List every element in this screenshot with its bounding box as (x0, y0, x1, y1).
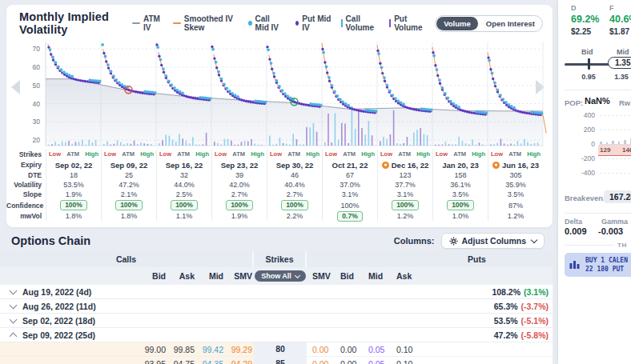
pop-value: NaN% (585, 96, 610, 106)
put-smv-value: 0.00 (307, 359, 335, 364)
slider-mid-handle[interactable]: 1.35 (608, 57, 631, 69)
svg-text:40: 40 (33, 100, 41, 108)
iv-chart-svg[interactable]: 706050403020 (6, 40, 553, 149)
legend-item[interactable]: Put Volume (389, 14, 427, 32)
summary-volatility-row-cell: 40.4% (267, 180, 322, 190)
svg-text:20: 20 (33, 136, 41, 144)
put-bid-value: 0.00 (335, 359, 363, 364)
summary-slope-row-cell: 1.9% (46, 190, 101, 199)
pl-chart[interactable]: 4002000-200-400129146 (558, 107, 631, 187)
summary-mwvol-row-cell: 1.8% (46, 211, 101, 221)
options-chain-header: Options Chain Columns: Adjust Columns (0, 230, 553, 251)
summary-confidence-row-cell: 100% (46, 199, 101, 211)
pl-y-tick: -400 (563, 169, 595, 177)
pl-x-label: 146 (622, 146, 631, 154)
legend-item[interactable]: Smoothed IV Skew (173, 14, 239, 32)
call-bid-value: 93.95 (139, 357, 167, 364)
pl-bar (612, 141, 614, 144)
summary-volatility-row-cell: 53.5% (46, 180, 101, 190)
strike-atm-label: ATM (287, 150, 300, 158)
trade-row[interactable]: BUY 1 CALEN 22 180 PUT (565, 253, 631, 277)
strike-atm-label: ATM (177, 150, 190, 158)
delta-value: 0.009 (565, 226, 587, 236)
strike-row[interactable]: 99.0099.8599.4299.29800.000.000.050.10 (0, 342, 553, 357)
expiry-value: Sep 02, 22 (55, 161, 92, 170)
summary-dte-row-cell: 123 (377, 170, 432, 180)
strike-low-label: Low (49, 150, 61, 158)
chevron-down-icon (10, 315, 18, 323)
expiry-row[interactable]: Aug 26, 2022 (11d)65.3%(-3.7%) (0, 299, 553, 314)
event-icon (382, 162, 389, 169)
columns-control: Columns: Adjust Columns (394, 233, 545, 249)
summary-slope-row-cell: 3.5% (488, 190, 543, 199)
pop-row: POP: NaN% Rw (558, 96, 631, 107)
legend-item[interactable]: Call Mid IV (248, 14, 286, 32)
expiry-row[interactable]: Aug 19, 2022 (4d)108.2%(3.1%) (0, 285, 553, 299)
summary-strikes-row-cell: LowATMHigh (488, 149, 543, 159)
smoothed-iv-skew-swatch (173, 22, 181, 25)
slider-bid-tick[interactable] (588, 58, 590, 70)
svg-text:70: 70 (33, 45, 41, 53)
show-all-label: Show All (261, 272, 291, 280)
show-all-dropdown[interactable]: Show All (255, 270, 306, 282)
strike-high-label: High (195, 150, 209, 158)
expiry-iv: 108.2%(3.1%) (436, 287, 549, 297)
summary-expiry-row-cell: Sep 23, 22 (211, 159, 267, 170)
pl-y-tick: 400 (563, 111, 595, 119)
adjust-columns-button[interactable]: Adjust Columns (441, 233, 545, 249)
summary-expiry-row-cell: Jun 16, 23 (488, 159, 543, 170)
summary-mwvol-row-cell: 1.8% (101, 211, 156, 221)
expiry-iv-change: (-3.7%) (521, 302, 549, 311)
stat-value: 69.2% (571, 14, 608, 25)
strike-high-label: High (140, 150, 154, 158)
summary-strikes-row-cell: LowATMHigh (211, 149, 267, 159)
legend-item[interactable]: Put Mid IV (295, 14, 332, 32)
summary-strikes-row-cell: LowATMHigh (156, 149, 211, 159)
toggle-option-volume[interactable]: Volume (436, 17, 478, 30)
summary-confidence-row-cell: 87% (488, 199, 543, 211)
summary-expiry-row-cell: Dec 16, 22 (377, 159, 432, 170)
strike-low-label: Low (215, 150, 227, 158)
summary-mwvol-row-cell: 1.2% (488, 211, 543, 221)
expiry-iv-value: 108.2% (492, 287, 520, 297)
strike-high-label: High (251, 150, 264, 158)
event-icon (492, 162, 500, 169)
summary-row-label: Strikes (6, 150, 46, 158)
strike-atm-label: ATM (232, 150, 245, 158)
summary-expiry-row-cell: Oct 21, 22 (322, 159, 377, 170)
put-column-header-bid: Bid (335, 271, 363, 281)
pl-bar (606, 142, 609, 144)
put-smv-value: 0.00 (307, 345, 335, 354)
chart-header: Monthly Implied Volatility ATM IVSmoothe… (6, 5, 553, 38)
expiry-row[interactable]: Sep 02, 2022 (18d)53.5%(-5.1%) (0, 314, 553, 328)
chevron-down-icon (531, 236, 537, 242)
put-ask-value: 0.10 (391, 345, 419, 354)
expiry-iv-change: (-5.1%) (521, 316, 549, 326)
confidence-badge: 100% (171, 200, 198, 210)
section-heading-fragment: TH (617, 242, 627, 249)
summary-strikes-row-cell: LowATMHigh (322, 149, 377, 159)
trade-description: BUY 1 CALEN 22 180 PUT (585, 256, 628, 274)
expiry-value: Dec 16, 22 (392, 161, 428, 170)
call-column-header-bid: Bid (139, 271, 167, 281)
strike-row[interactable]: 93.9594.7594.3594.29850.000.000.050.10 (0, 357, 553, 364)
expiry-row[interactable]: Sep 09, 2022 (25d)47.2%(-5.8%) (0, 328, 553, 342)
options-table: Calls Strikes Puts BidAskMidSMV Show All… (0, 251, 553, 364)
trade-line-1: BUY 1 CALEN (585, 256, 628, 265)
summary-dte-row-cell: 67 (322, 170, 377, 180)
legend-item[interactable]: ATM IV (132, 14, 163, 32)
gamma-label: Gamma (601, 218, 628, 226)
slider-mid-value: 1.35 (611, 73, 631, 81)
summary-confidence-row-cell: 100% (156, 199, 211, 211)
legend-item[interactable]: Call Volume (341, 14, 380, 32)
summary-row-label: Confidence (6, 202, 46, 210)
confidence-badge: 100% (226, 200, 253, 210)
strike-value: 85 (254, 357, 307, 364)
chevron-down-icon (10, 301, 18, 309)
call-headers: BidAskMidSMV (139, 271, 254, 281)
expiry-value: Oct 21, 22 (332, 161, 368, 170)
toggle-option-open-interest[interactable]: Open Interest (479, 17, 542, 30)
calls-spacer (0, 342, 139, 356)
slider-bid-label: Bid (581, 48, 593, 56)
summary-volatility-row-cell: 35.9% (488, 180, 543, 190)
